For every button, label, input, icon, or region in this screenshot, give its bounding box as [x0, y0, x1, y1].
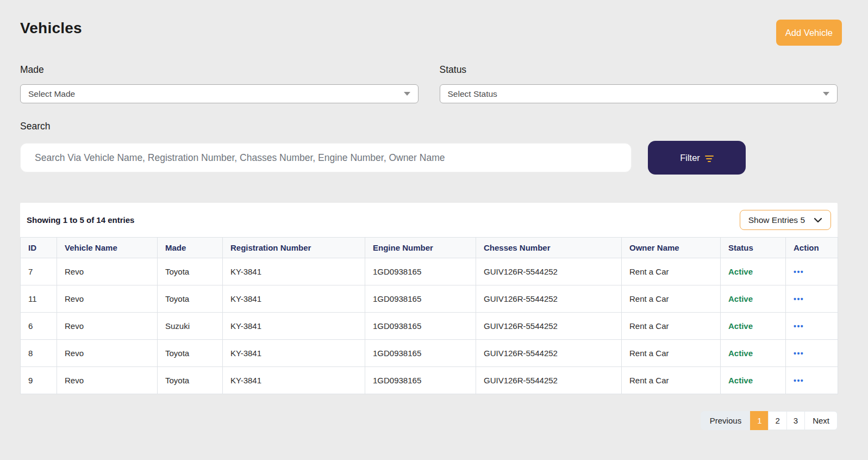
status-badge: Active	[728, 267, 753, 276]
cell-owner-name: Rent a Car	[622, 313, 721, 340]
status-badge: Active	[728, 376, 753, 385]
show-entries-label: Show Entries 5	[748, 215, 805, 225]
table-row: 7 Revo Toyota KY-3841 1GD0938165 GUIV126…	[21, 258, 838, 285]
cell-status: Active	[721, 340, 786, 367]
pagination-row: Previous 1 2 3 Next	[20, 411, 838, 430]
filter-button[interactable]: Filter	[648, 141, 746, 175]
pagination-page-3[interactable]: 3	[786, 411, 805, 430]
column-header-action: Action	[786, 238, 838, 258]
cell-chesses-number: GUIV126R-5544252	[476, 313, 622, 340]
cell-vehicle-name: Revo	[57, 367, 158, 394]
column-header-owner-name: Owner Name	[622, 238, 721, 258]
cell-action: •••	[786, 367, 838, 394]
cell-made: Suzuki	[158, 313, 223, 340]
cell-id: 9	[21, 367, 57, 394]
cell-chesses-number: GUIV126R-5544252	[476, 285, 622, 313]
column-header-id: ID	[21, 238, 57, 258]
made-label: Made	[20, 64, 419, 76]
cell-vehicle-name: Revo	[57, 340, 158, 367]
chevron-down-icon	[814, 217, 822, 223]
cell-chesses-number: GUIV126R-5544252	[476, 367, 622, 394]
column-header-status: Status	[721, 238, 786, 258]
cell-owner-name: Rent a Car	[622, 367, 721, 394]
add-vehicle-button[interactable]: Add Vehicle	[776, 20, 842, 46]
table-row: 8 Revo Toyota KY-3841 1GD0938165 GUIV126…	[21, 340, 838, 367]
status-badge: Active	[728, 294, 753, 303]
row-actions-ellipsis-icon[interactable]: •••	[794, 268, 804, 276]
cell-id: 8	[21, 340, 57, 367]
entries-summary: Showing 1 to 5 of 14 entries	[27, 215, 134, 225]
cell-engine-number: 1GD0938165	[365, 367, 476, 394]
cell-owner-name: Rent a Car	[622, 285, 721, 313]
table-row: 6 Revo Suzuki KY-3841 1GD0938165 GUIV126…	[21, 313, 838, 340]
pagination: Previous 1 2 3 Next	[701, 411, 838, 430]
cell-engine-number: 1GD0938165	[365, 313, 476, 340]
cell-action: •••	[786, 313, 838, 340]
status-badge: Active	[728, 321, 753, 331]
cell-vehicle-name: Revo	[57, 285, 158, 313]
pagination-previous-button[interactable]: Previous	[701, 411, 751, 430]
table-row: 9 Revo Toyota KY-3841 1GD0938165 GUIV126…	[21, 367, 838, 394]
status-badge: Active	[728, 349, 753, 358]
cell-registration-number: KY-3841	[223, 313, 365, 340]
vehicles-page: Vehicles Add Vehicle Made Select Made St…	[0, 0, 868, 430]
status-select[interactable]: Select Status	[440, 84, 838, 103]
cell-owner-name: Rent a Car	[622, 258, 721, 285]
table-card-top: Showing 1 to 5 of 14 entries Show Entrie…	[20, 203, 838, 237]
vehicles-table-card: Showing 1 to 5 of 14 entries Show Entrie…	[20, 203, 838, 394]
column-header-engine-number: Engine Number	[365, 238, 476, 258]
search-row: Filter	[20, 141, 838, 175]
cell-engine-number: 1GD0938165	[365, 340, 476, 367]
search-input[interactable]	[20, 143, 632, 172]
status-filter-group: Status Select Status	[440, 64, 838, 103]
cell-registration-number: KY-3841	[223, 285, 365, 313]
row-actions-ellipsis-icon[interactable]: •••	[794, 295, 804, 303]
row-actions-ellipsis-icon[interactable]: •••	[794, 350, 804, 357]
cell-status: Active	[721, 258, 786, 285]
search-label: Search	[20, 121, 838, 132]
cell-registration-number: KY-3841	[223, 258, 365, 285]
cell-chesses-number: GUIV126R-5544252	[476, 258, 622, 285]
cell-action: •••	[786, 340, 838, 367]
filter-grid: Made Select Made Status Select Status	[20, 64, 838, 103]
cell-made: Toyota	[158, 285, 223, 313]
cell-id: 6	[21, 313, 57, 340]
cell-made: Toyota	[158, 340, 223, 367]
cell-status: Active	[721, 285, 786, 313]
cell-registration-number: KY-3841	[223, 340, 365, 367]
page-title: Vehicles	[20, 20, 82, 37]
pagination-page-1[interactable]: 1	[750, 411, 769, 430]
cell-engine-number: 1GD0938165	[365, 258, 476, 285]
table-header-row: ID Vehicle Name Made Registration Number…	[21, 238, 838, 258]
cell-id: 7	[21, 258, 57, 285]
vehicles-table: ID Vehicle Name Made Registration Number…	[20, 237, 838, 394]
cell-id: 11	[21, 285, 57, 313]
search-section: Search Filter	[20, 121, 838, 175]
cell-action: •••	[786, 258, 838, 285]
pagination-page-2[interactable]: 2	[768, 411, 786, 430]
cell-status: Active	[721, 367, 786, 394]
cell-owner-name: Rent a Car	[622, 340, 721, 367]
table-row: 11 Revo Toyota KY-3841 1GD0938165 GUIV12…	[21, 285, 838, 313]
made-select[interactable]: Select Made	[20, 84, 419, 103]
cell-vehicle-name: Revo	[57, 258, 158, 285]
row-actions-ellipsis-icon[interactable]: •••	[794, 322, 804, 330]
made-select-value: Select Made	[28, 89, 75, 99]
cell-vehicle-name: Revo	[57, 313, 158, 340]
dropdown-arrow-icon	[404, 92, 410, 96]
cell-chesses-number: GUIV126R-5544252	[476, 340, 622, 367]
column-header-chesses-number: Chesses Number	[476, 238, 622, 258]
cell-engine-number: 1GD0938165	[365, 285, 476, 313]
cell-made: Toyota	[158, 258, 223, 285]
row-actions-ellipsis-icon[interactable]: •••	[794, 377, 804, 384]
column-header-made: Made	[158, 238, 223, 258]
filter-funnel-icon	[705, 156, 714, 162]
column-header-registration-number: Registration Number	[223, 238, 365, 258]
made-filter-group: Made Select Made	[20, 64, 419, 103]
cell-made: Toyota	[158, 367, 223, 394]
cell-status: Active	[721, 313, 786, 340]
show-entries-select[interactable]: Show Entries 5	[740, 210, 831, 230]
filter-button-label: Filter	[680, 153, 700, 163]
pagination-next-button[interactable]: Next	[804, 411, 838, 430]
column-header-vehicle-name: Vehicle Name	[57, 238, 158, 258]
